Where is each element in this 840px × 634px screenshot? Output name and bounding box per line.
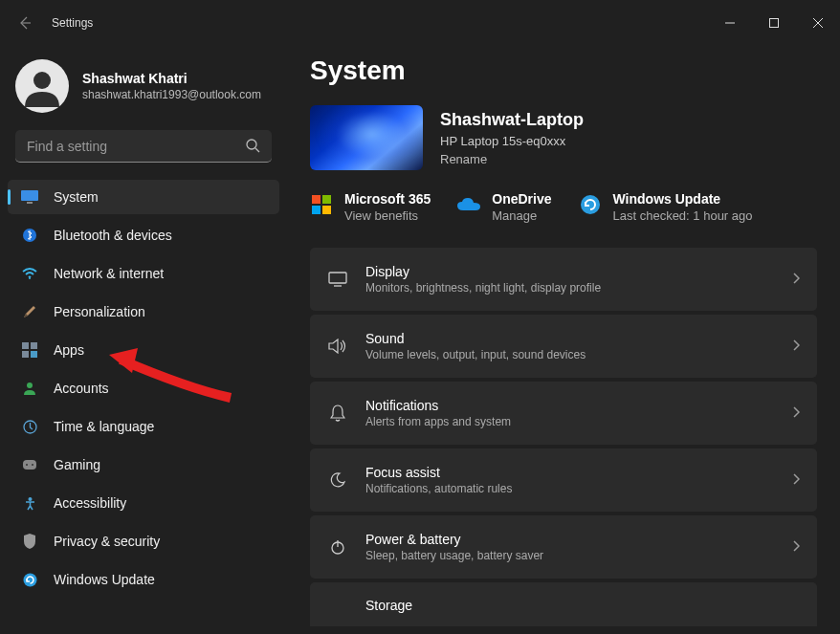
panel-notifications[interactable]: NotificationsAlerts from apps and system (310, 382, 817, 445)
rename-link[interactable]: Rename (440, 152, 584, 166)
svg-line-7 (255, 148, 259, 152)
panel-title: Focus assist (365, 465, 775, 480)
user-account[interactable]: Shashwat Khatri shashwat.khatri1993@outl… (8, 54, 279, 130)
nav-label: Accounts (54, 381, 109, 396)
onedrive-icon (457, 193, 480, 216)
nav-label: Bluetooth & devices (54, 228, 172, 243)
titlebar: Settings (0, 0, 840, 46)
update-icon (21, 571, 38, 588)
panel-storage[interactable]: Storage (310, 582, 817, 626)
panel-sub: Sleep, battery usage, battery saver (365, 549, 775, 562)
svg-rect-24 (322, 195, 331, 204)
cloud-onedrive[interactable]: OneDrive Manage (457, 191, 551, 223)
nav-item-personalization[interactable]: Personalization (8, 295, 279, 329)
nav-list: System Bluetooth & devices Network & int… (8, 180, 279, 597)
update-icon (579, 193, 602, 216)
panel-sub: Volume levels, output, input, sound devi… (365, 348, 775, 361)
cloud-title: Windows Update (613, 191, 753, 207)
svg-point-16 (27, 383, 33, 388)
nav-item-gaming[interactable]: Gaming (8, 448, 279, 482)
device-name: Shashwat-Laptop (440, 110, 584, 130)
search-box (15, 130, 272, 163)
apps-icon (21, 341, 38, 359)
nav-item-network[interactable]: Network & internet (8, 256, 279, 291)
nav-label: Windows Update (54, 572, 155, 587)
cloud-sub: View benefits (344, 208, 431, 223)
cloud-sub: Last checked: 1 hour ago (613, 208, 753, 223)
panel-title: Storage (365, 598, 800, 613)
search-input[interactable] (15, 130, 272, 163)
svg-rect-8 (21, 190, 38, 201)
storage-icon (327, 598, 348, 619)
close-button[interactable] (796, 6, 840, 40)
panel-title: Notifications (365, 398, 775, 413)
device-header: Shashwat-Laptop HP Laptop 15s-eq0xxx Ren… (310, 105, 817, 170)
cloud-title: Microsoft 365 (344, 191, 431, 207)
svg-point-20 (32, 464, 33, 466)
search-icon (245, 138, 260, 157)
panel-focus-assist[interactable]: Focus assistNotifications, automatic rul… (310, 448, 817, 512)
svg-rect-15 (31, 351, 37, 358)
wallpaper-thumbnail (310, 105, 423, 170)
svg-rect-9 (27, 202, 33, 204)
nav-item-bluetooth[interactable]: Bluetooth & devices (8, 218, 279, 252)
display-icon (327, 269, 348, 290)
microsoft365-icon (310, 193, 333, 216)
svg-rect-13 (31, 342, 37, 349)
svg-point-11 (29, 277, 31, 279)
nav-label: Apps (54, 342, 84, 358)
svg-point-22 (23, 573, 36, 586)
cloud-title: OneDrive (492, 191, 551, 207)
nav-item-system[interactable]: System (8, 180, 279, 214)
nav-item-apps[interactable]: Apps (8, 333, 279, 367)
panel-title: Sound (365, 331, 775, 346)
gaming-icon (21, 456, 38, 473)
panel-sub: Monitors, brightness, night light, displ… (365, 281, 775, 295)
svg-rect-23 (312, 195, 321, 204)
svg-point-21 (28, 497, 32, 501)
nav-item-windows-update[interactable]: Windows Update (8, 562, 279, 597)
page-title: System (310, 55, 817, 86)
user-name: Shashwat Khatri (82, 71, 261, 86)
svg-rect-12 (22, 342, 29, 349)
panel-sub: Alerts from apps and system (365, 415, 775, 428)
svg-point-5 (33, 72, 51, 89)
accessibility-icon (21, 494, 38, 512)
chevron-right-icon (792, 338, 800, 355)
cloud-windows-update[interactable]: Windows Update Last checked: 1 hour ago (579, 191, 753, 223)
nav-label: Accessibility (54, 495, 126, 511)
chevron-right-icon (792, 538, 800, 556)
sound-icon (327, 336, 348, 357)
device-model: HP Laptop 15s-eq0xxx (440, 134, 584, 148)
maximize-button[interactable] (752, 6, 796, 40)
nav-item-privacy[interactable]: Privacy & security (8, 524, 279, 558)
svg-point-6 (247, 140, 256, 149)
panel-display[interactable]: DisplayMonitors, brightness, night light… (310, 248, 817, 311)
panel-sub: Notifications, automatic rules (365, 482, 775, 495)
avatar (15, 59, 69, 113)
wifi-icon (21, 265, 38, 282)
clock-globe-icon (21, 418, 38, 435)
sidebar: Shashwat Khatri shashwat.khatri1993@outl… (0, 46, 287, 634)
cloud-m365[interactable]: Microsoft 365 View benefits (310, 191, 431, 223)
nav-item-accounts[interactable]: Accounts (8, 371, 279, 405)
svg-rect-2 (770, 19, 779, 28)
nav-label: Network & internet (54, 266, 164, 281)
back-button[interactable] (15, 13, 34, 33)
chevron-right-icon (792, 404, 800, 422)
bell-icon (327, 403, 348, 424)
panel-sound[interactable]: SoundVolume levels, output, input, sound… (310, 315, 817, 378)
minimize-button[interactable] (708, 6, 752, 40)
svg-rect-26 (322, 206, 331, 214)
power-icon (327, 536, 348, 557)
monitor-icon (21, 188, 38, 206)
svg-rect-28 (329, 273, 346, 283)
nav-item-accessibility[interactable]: Accessibility (8, 486, 279, 520)
user-email: shashwat.khatri1993@outlook.com (82, 88, 261, 101)
svg-point-27 (581, 195, 600, 214)
nav-item-time[interactable]: Time & language (8, 409, 279, 444)
panel-power[interactable]: Power & batterySleep, battery usage, bat… (310, 515, 817, 579)
chevron-right-icon (792, 471, 800, 489)
bluetooth-icon (21, 227, 38, 244)
svg-rect-18 (23, 460, 36, 470)
